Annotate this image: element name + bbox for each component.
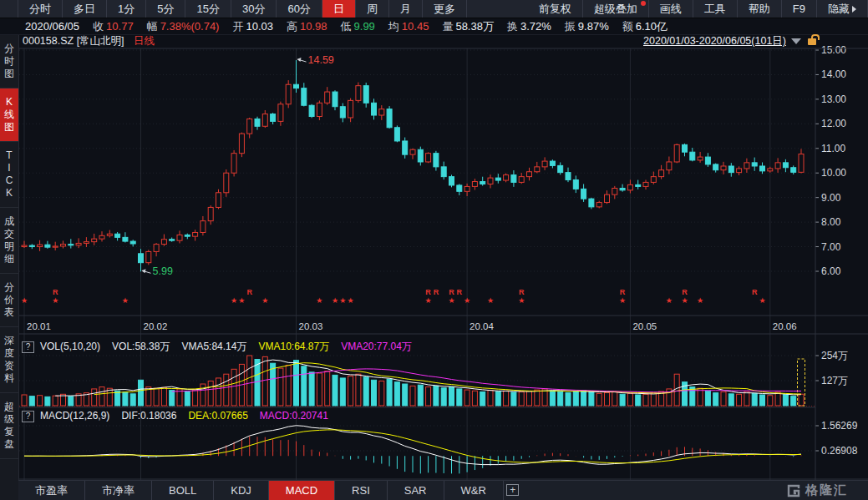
svg-text:5.99: 5.99 xyxy=(153,265,173,277)
tab-1min[interactable]: 1分 xyxy=(107,0,146,18)
svg-text:★: ★ xyxy=(332,296,338,305)
left-sidebar: 分时图 K线图 TICK 成交明细 分价表 深度资料 超级复盘 xyxy=(0,35,18,500)
svg-text:★: ★ xyxy=(122,296,129,305)
svg-text:20.01: 20.01 xyxy=(27,321,51,331)
sidebar-item-super-replay[interactable]: 超级复盘 xyxy=(0,393,18,459)
svg-text:★: ★ xyxy=(448,296,454,305)
sidebar-item-tick[interactable]: TICK xyxy=(0,142,18,208)
sidebar-item-price-table[interactable]: 分价表 xyxy=(0,274,18,327)
chevron-down-icon[interactable] xyxy=(791,38,801,44)
chart-range-controls: 2020/01/03-2020/06/05(101日) xyxy=(643,35,816,48)
tab-60min[interactable]: 60分 xyxy=(277,0,322,18)
svg-text:★: ★ xyxy=(464,296,470,305)
volume-help-icon[interactable]: ? xyxy=(22,341,34,353)
toolbar-spacer xyxy=(467,0,528,18)
volume-indicator-label[interactable]: VOL(5,10,20) xyxy=(40,341,100,352)
tab-wr[interactable]: W&R xyxy=(444,481,504,500)
svg-text:6.00: 6.00 xyxy=(821,265,841,277)
quote-amplitude: 振9.87% xyxy=(565,19,609,34)
macd-help-icon[interactable]: ? xyxy=(22,411,34,422)
quote-avg: 均10.45 xyxy=(388,19,429,34)
toolbar-corner xyxy=(0,0,18,18)
svg-text:7.00: 7.00 xyxy=(821,241,841,253)
macd-value: MACD:0.20741 xyxy=(260,410,328,422)
tab-30min[interactable]: 30分 xyxy=(231,0,277,18)
button-f9[interactable]: F9 xyxy=(782,0,817,18)
svg-text:13.00: 13.00 xyxy=(821,93,846,105)
chart-period-label: 日线 xyxy=(134,35,155,47)
volume-pane-header: ?VOL(5,10,20)VOL:58.38万VMA5:84.14万VMA10:… xyxy=(22,341,424,353)
add-indicator-button[interactable]: + xyxy=(504,481,522,500)
chart-header: 000158.SZ [常山北明] 日线 2020/01/03-2020/06/0… xyxy=(19,35,868,48)
tab-more[interactable]: 更多 xyxy=(423,0,467,18)
tab-weekly[interactable]: 周 xyxy=(356,0,389,18)
bottom-tab-bar: 市盈率 市净率 BOLL KDJ MACD RSI SAR W&R + 格隆汇 xyxy=(18,480,868,500)
button-hide[interactable]: 隐藏 xyxy=(817,0,868,18)
sidebar-item-kline-selected[interactable]: K线图 xyxy=(0,88,18,142)
button-tools[interactable]: 工具 xyxy=(693,0,738,18)
svg-text:11.00: 11.00 xyxy=(821,143,845,154)
gelonghui-logo-text: 格隆汇 xyxy=(805,482,848,498)
quote-change: 幅7.38%(0.74) xyxy=(147,19,220,34)
unlock-icon[interactable] xyxy=(808,38,816,45)
svg-text:R: R xyxy=(425,288,431,296)
tab-5min[interactable]: 5分 xyxy=(146,0,185,18)
sidebar-item-fenshitu[interactable]: 分时图 xyxy=(0,35,18,88)
svg-text:R: R xyxy=(620,288,626,296)
macd-indicator-label[interactable]: MACD(12,26,9) xyxy=(40,410,109,422)
tab-fenshi[interactable]: 分时 xyxy=(18,0,63,18)
svg-text:★: ★ xyxy=(231,296,237,305)
button-help[interactable]: 帮助 xyxy=(738,0,782,18)
svg-text:★: ★ xyxy=(697,296,703,305)
quote-date: 2020/06/05 xyxy=(25,20,79,33)
volume-bars-layer xyxy=(22,356,804,406)
vma20-value: VMA20:77.04万 xyxy=(341,341,412,352)
sidebar-item-depth-info[interactable]: 深度资料 xyxy=(0,327,18,393)
button-super-overlay-label: 超级叠加 xyxy=(594,3,637,15)
date-range-selector[interactable]: 2020/01/03-2020/06/05(101日) xyxy=(643,35,786,48)
quote-amount: 额6.10亿 xyxy=(622,19,667,34)
svg-text:★: ★ xyxy=(759,296,765,305)
tab-pb-ratio[interactable]: 市净率 xyxy=(85,481,152,500)
vma10-value: VMA10:64.87万 xyxy=(258,341,329,352)
svg-text:20.06: 20.06 xyxy=(773,321,797,331)
tab-15min[interactable]: 15分 xyxy=(185,0,231,18)
top-toolbar: 分时 多日 1分 5分 15分 30分 60分 日 周 月 更多 前复权 超级叠… xyxy=(0,0,868,18)
tab-monthly[interactable]: 月 xyxy=(389,0,423,18)
button-draw-line[interactable]: 画线 xyxy=(649,0,693,18)
tab-pe-ratio[interactable]: 市盈率 xyxy=(18,481,85,500)
svg-text:R: R xyxy=(434,288,439,296)
svg-text:R: R xyxy=(457,288,463,296)
quote-high: 高10.98 xyxy=(287,19,327,34)
svg-text:★: ★ xyxy=(52,296,58,305)
svg-text:R: R xyxy=(246,288,252,296)
button-super-overlay[interactable]: 超级叠加 xyxy=(583,0,649,18)
svg-text:★: ★ xyxy=(21,296,28,305)
svg-text:★: ★ xyxy=(316,296,322,305)
svg-text:20.04: 20.04 xyxy=(470,321,494,331)
stock-symbol: 000158.SZ [常山北明] xyxy=(23,35,124,47)
tab-duori[interactable]: 多日 xyxy=(63,0,107,18)
svg-text:★: ★ xyxy=(487,296,494,305)
svg-text:★: ★ xyxy=(238,296,245,305)
candlestick-layer xyxy=(22,60,804,271)
notification-dot xyxy=(641,1,646,6)
tab-rsi[interactable]: RSI xyxy=(335,481,388,500)
tab-boll[interactable]: BOLL xyxy=(152,481,214,500)
button-forward-adjust[interactable]: 前复权 xyxy=(528,0,583,18)
tab-macd-selected[interactable]: MACD xyxy=(269,481,335,500)
gelonghui-logo-icon xyxy=(786,483,801,498)
svg-text:★: ★ xyxy=(348,296,354,305)
svg-text:9.00: 9.00 xyxy=(821,192,841,204)
volume-value: VOL:58.38万 xyxy=(112,341,170,352)
tab-daily-selected[interactable]: 日 xyxy=(322,0,356,18)
svg-text:8.00: 8.00 xyxy=(821,216,841,228)
svg-text:254万: 254万 xyxy=(821,350,848,361)
app-window: 分时 多日 1分 5分 15分 30分 60分 日 周 月 更多 前复权 超级叠… xyxy=(0,0,868,500)
svg-text:★: ★ xyxy=(425,296,432,305)
tab-kdj[interactable]: KDJ xyxy=(214,481,269,500)
sidebar-item-trade-detail[interactable]: 成交明细 xyxy=(0,208,18,274)
tab-sar[interactable]: SAR xyxy=(388,481,444,500)
quote-close: 收10.77 xyxy=(93,19,134,34)
svg-text:★: ★ xyxy=(518,296,525,305)
